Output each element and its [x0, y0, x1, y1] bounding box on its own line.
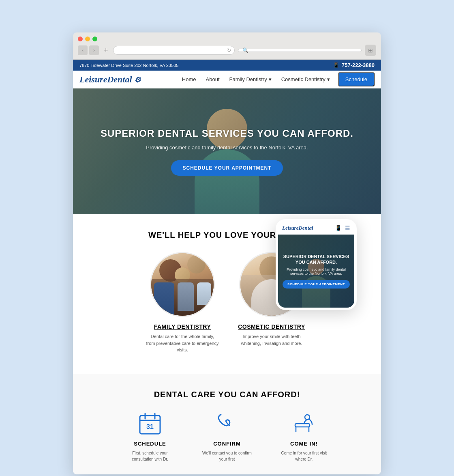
mobile-nav-icons: 📱 ☰ — [335, 225, 350, 231]
hero-content: SUPERIOR DENTAL SERVICES YOU CAN AFFORD.… — [92, 119, 362, 184]
phone-icon: 📱 — [333, 62, 339, 68]
svg-text:31: 31 — [146, 423, 154, 430]
back-button[interactable]: ‹ — [78, 45, 88, 55]
nav-buttons: ‹ › — [78, 45, 99, 55]
new-tab-button[interactable]: + — [102, 46, 110, 55]
hero-section: SUPERIOR DENTAL SERVICES YOU CAN AFFORD.… — [73, 88, 381, 214]
minimize-button[interactable] — [85, 37, 90, 41]
svg-point-6 — [305, 415, 310, 420]
step-come-in-desc: Come in for your first visit where Dr. — [276, 450, 332, 462]
mobile-menu-icon[interactable]: ☰ — [345, 225, 350, 231]
maximize-button[interactable] — [92, 37, 97, 41]
nav-about[interactable]: About — [201, 71, 225, 88]
top-bar: 7870 Tidewater Drive Suite 202 Norfolk, … — [73, 60, 381, 71]
step-confirm: CONFIRM We'll contact you to confirm you… — [199, 411, 255, 462]
chevron-down-icon-2: ▾ — [327, 76, 330, 82]
calendar-icon: 31 — [138, 411, 162, 436]
window-controls — [78, 37, 376, 41]
step-schedule-name: SCHEDULE — [122, 441, 178, 447]
afford-title: DENTAL CARE YOU CAN AFFORD! — [81, 390, 373, 399]
family-circle — [150, 252, 215, 317]
svg-rect-5 — [295, 424, 310, 427]
schedule-button[interactable]: Schedule — [338, 72, 375, 86]
search-bar[interactable]: 🔍 — [238, 49, 362, 52]
cosmetic-dentistry-name: COSMETIC DENTISTRY — [235, 323, 308, 330]
mobile-hero-title: SUPERIOR DENTAL SERVICES YOU CAN AFFORD. — [282, 254, 350, 265]
family-dentistry-name: FAMILY DENTISTRY — [146, 323, 219, 330]
mobile-logo: LeisureDental — [282, 225, 313, 231]
cosmetic-dentistry-desc: Improve your smile with teeth whitening,… — [235, 333, 308, 347]
step-confirm-desc: We'll contact you to confirm your first — [199, 450, 255, 462]
forward-button[interactable]: › — [89, 45, 99, 55]
afford-section: DENTAL CARE YOU CAN AFFORD! 31 — [73, 374, 381, 474]
step-confirm-name: CONFIRM — [199, 441, 255, 447]
step-come-in-name: COME IN! — [276, 441, 332, 447]
mobile-device: LeisureDental 📱 ☰ SUPERIOR DENTAL SERVIC… — [276, 219, 357, 310]
step-schedule-desc: First, schedule your consultation with D… — [122, 450, 178, 462]
main-nav: LeisureDental ⚙ Home About Family Dentis… — [73, 71, 381, 88]
mobile-nav: LeisureDental 📱 ☰ — [278, 222, 354, 235]
nav-family-dentistry[interactable]: Family Dentistry ▾ — [225, 71, 276, 88]
mobile-hero: SUPERIOR DENTAL SERVICES YOU CAN AFFORD.… — [278, 235, 354, 308]
mobile-phone-icon[interactable]: 📱 — [335, 225, 342, 231]
close-button[interactable] — [78, 37, 83, 41]
tooth-icon: ⚙ — [134, 76, 141, 84]
url-bar[interactable]: ↻ — [113, 46, 235, 55]
mobile-hero-subtitle: Providing cosmetic and family dental ser… — [282, 267, 350, 276]
address-text: 7870 Tidewater Drive Suite 202 Norfolk, … — [79, 63, 178, 68]
nav-links: Home About Family Dentistry ▾ Cosmetic D… — [149, 71, 375, 88]
browser-toolbar: ‹ › + ↻ 🔍 ⊞ — [78, 45, 376, 56]
dental-chair-icon — [292, 411, 316, 436]
hero-subtitle: Providing cosmetic and family dental ser… — [101, 144, 353, 151]
phone-icon — [215, 411, 239, 436]
step-come-in: COME IN! Come in for your first visit wh… — [276, 411, 332, 462]
family-dentistry-desc: Dental care for the whole family, from p… — [146, 333, 219, 353]
hero-title: SUPERIOR DENTAL SERVICES YOU CAN AFFORD. — [101, 127, 353, 140]
mobile-hero-content: SUPERIOR DENTAL SERVICES YOU CAN AFFORD.… — [278, 250, 354, 293]
logo-area: LeisureDental ⚙ — [79, 71, 141, 88]
step-schedule: 31 SCHEDULE First, schedule your consult… — [122, 411, 178, 462]
site-logo[interactable]: LeisureDental ⚙ — [79, 74, 141, 84]
share-button[interactable]: ⊞ — [365, 45, 376, 56]
chevron-down-icon: ▾ — [269, 76, 272, 82]
family-image — [151, 253, 214, 316]
nav-home[interactable]: Home — [177, 71, 201, 88]
afford-steps: 31 SCHEDULE First, schedule your consult… — [81, 411, 373, 462]
service-card-family[interactable]: FAMILY DENTISTRY Dental care for the who… — [146, 252, 219, 353]
nav-cosmetic-dentistry[interactable]: Cosmetic Dentistry ▾ — [276, 71, 335, 88]
browser-chrome: ‹ › + ↻ 🔍 ⊞ — [73, 32, 381, 60]
mobile-cta-button[interactable]: SCHEDULE YOUR APPOINTMENT — [283, 280, 350, 289]
phone-number: 📱 757-222-3880 — [333, 62, 375, 68]
hero-cta-button[interactable]: SCHEDULE YOUR APPOINTMENT — [171, 160, 283, 176]
